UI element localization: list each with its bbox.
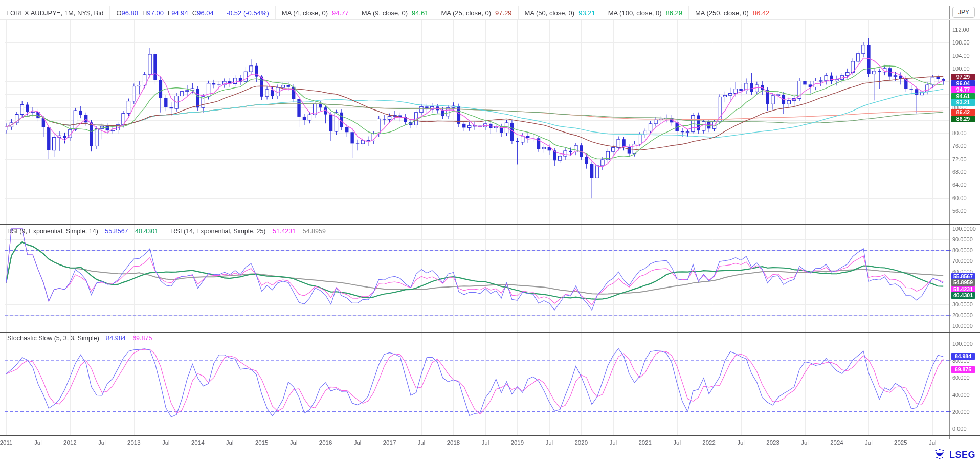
- last-value-label: 93.21: [951, 99, 975, 106]
- time-axis-label: 2017: [383, 439, 396, 446]
- ma250-value: 86.42: [753, 9, 770, 17]
- last-value-label: 69.875: [951, 366, 975, 373]
- ma9-label: MA (9, close, 0): [362, 9, 408, 17]
- currency-selector-button[interactable]: JPY: [952, 7, 975, 18]
- time-axis-label: Jul: [609, 439, 617, 446]
- axis-tick-label: 40.000: [952, 392, 970, 398]
- axis-tick-label: 76.00: [952, 143, 967, 149]
- low-readout: L94.94: [168, 9, 188, 17]
- ma9-value: 94.61: [412, 9, 429, 17]
- time-axis-label: 2013: [127, 439, 141, 446]
- axis-tick-label: 100.00: [952, 65, 970, 72]
- ma25-label: MA (25, close, 0): [441, 9, 492, 17]
- axis-tick-label: 80.0000: [952, 247, 973, 253]
- high-label: H: [142, 9, 147, 17]
- time-axis-label: Jul: [737, 439, 745, 446]
- time-axis-label: 2020: [574, 439, 588, 446]
- ma-legend-25[interactable]: MA (25, close, 0) 97.29: [435, 6, 519, 19]
- stochastic-label: Stochastic Slow (5, 3, 3, Simple): [7, 335, 99, 342]
- symbol-title[interactable]: FOREX AUDJPY=, 1M, NY$, Bid: [0, 6, 110, 19]
- open-readout: O96.80: [116, 9, 138, 17]
- axis-tick-label: 70.0000: [952, 258, 973, 264]
- axis-tick-label: 20.0000: [952, 312, 973, 318]
- open-value: 96.80: [122, 9, 139, 17]
- time-axis-label: 2022: [702, 439, 716, 446]
- last-value-label: 84.984: [951, 353, 975, 360]
- rsi14-label: RSI (14, Exponential, Simple, 25): [171, 228, 266, 235]
- time-axis-label: Jul: [482, 439, 489, 446]
- ohlc-readout: O96.80 H97.00 L94.94 C96.04: [110, 6, 220, 19]
- time-axis-label: 2015: [255, 439, 269, 446]
- axis-tick-label: 100.0000: [952, 226, 976, 232]
- time-axis-label: 2024: [830, 439, 843, 446]
- rsi9-value: 55.8567: [105, 228, 128, 235]
- last-value-label: 96.04: [951, 80, 975, 87]
- ma-legend-4[interactable]: MA (4, close, 0) 94.77: [276, 6, 355, 19]
- open-label: O: [116, 9, 121, 17]
- high-readout: H97.00: [142, 9, 164, 17]
- ma100-label: MA (100, close, 0): [608, 9, 662, 17]
- quote-bar: FOREX AUDJPY=, 1M, NY$, Bid O96.80 H97.0…: [0, 6, 980, 20]
- time-axis-label: 2014: [191, 439, 205, 446]
- rsi9-label: RSI (9, Exponential, Simple, 14): [7, 228, 98, 235]
- ma-legend-250[interactable]: MA (250, close, 0) 86.42: [689, 6, 775, 19]
- lseg-logo-text: LSEG: [949, 450, 975, 460]
- price-axis[interactable]: 112.00108.00104.00100.0096.0092.0088.008…: [951, 0, 980, 463]
- stochastic-d-value: 69.875: [132, 335, 152, 342]
- time-axis-label: 2011: [0, 439, 12, 446]
- last-value-label: 97.29: [951, 74, 975, 80]
- ma4-label: MA (4, close, 0): [282, 9, 328, 17]
- stochastic-k-value: 84.984: [106, 335, 125, 342]
- last-value-label: 51.4231: [951, 286, 975, 293]
- last-value-label: 86.42: [951, 109, 975, 116]
- axis-tick-label: 104.00: [952, 53, 970, 59]
- axis-tick-label: 56.00: [952, 208, 967, 214]
- time-axis-label: 2019: [511, 439, 524, 446]
- axis-tick-label: 10.0000: [952, 323, 973, 329]
- time-axis-label: Jul: [226, 439, 234, 446]
- time-axis-label: 2023: [766, 439, 779, 446]
- ma-legend-50[interactable]: MA (50, close, 0) 93.21: [519, 6, 602, 19]
- axis-tick-label: 72.00: [952, 156, 967, 162]
- high-value: 97.00: [147, 9, 164, 17]
- low-value: 94.94: [171, 9, 188, 17]
- ma-legend-9[interactable]: MA (9, close, 0) 94.61: [355, 6, 435, 19]
- axis-tick-label: 112.00: [952, 27, 969, 33]
- last-value-label: 86.29: [951, 116, 975, 122]
- time-axis-label: Jul: [929, 439, 937, 446]
- axis-tick-label: 60.00: [952, 195, 967, 201]
- time-axis-label: Jul: [98, 439, 106, 446]
- axis-tick-label: 60.000: [952, 374, 970, 381]
- ma100-value: 86.29: [665, 9, 682, 17]
- time-axis-label: 2016: [319, 439, 332, 446]
- time-axis-label: Jul: [162, 439, 170, 446]
- ma-legend-100[interactable]: MA (100, close, 0) 86.29: [602, 6, 689, 19]
- time-axis-label: Jul: [865, 439, 873, 446]
- ma50-label: MA (50, close, 0): [525, 9, 575, 17]
- ma25-value: 97.29: [495, 9, 512, 17]
- rsi-legend[interactable]: RSI (9, Exponential, Simple, 14) 55.8567…: [7, 228, 326, 235]
- last-value-label: 55.8567: [951, 273, 975, 280]
- symbol-title-label: FOREX AUDJPY=, 1M, NY$, Bid: [6, 9, 103, 17]
- low-label: L: [168, 9, 171, 17]
- rsi14-value: 51.4231: [273, 228, 296, 235]
- axis-tick-label: 64.00: [952, 182, 967, 188]
- axis-tick-label: 90.0000: [952, 236, 973, 242]
- time-axis-label: Jul: [34, 439, 42, 446]
- time-axis-label: Jul: [418, 439, 426, 446]
- axis-tick-label: 30.0000: [952, 301, 973, 307]
- stochastic-legend[interactable]: Stochastic Slow (5, 3, 3, Simple) 84.984…: [7, 335, 152, 342]
- time-axis-label: Jul: [673, 439, 681, 446]
- time-axis-label: 2012: [63, 439, 77, 446]
- rsi14-ma-value: 54.8959: [303, 228, 326, 235]
- last-value-label: 54.8959: [951, 279, 975, 286]
- close-readout: C96.04: [192, 9, 214, 17]
- last-value-label: 40.4301: [951, 292, 975, 299]
- time-axis-label: Jul: [545, 439, 553, 446]
- ma250-label: MA (250, close, 0): [695, 9, 749, 17]
- lseg-crest-icon: [933, 448, 946, 462]
- chart-application: FOREX AUDJPY=, 1M, NY$, Bid O96.80 H97.0…: [0, 0, 980, 463]
- time-axis-label: Jul: [290, 439, 298, 446]
- axis-tick-label: 80.00: [952, 130, 967, 136]
- time-axis[interactable]: 2011Jul2012Jul2013Jul2014Jul2015Jul2016J…: [0, 438, 950, 449]
